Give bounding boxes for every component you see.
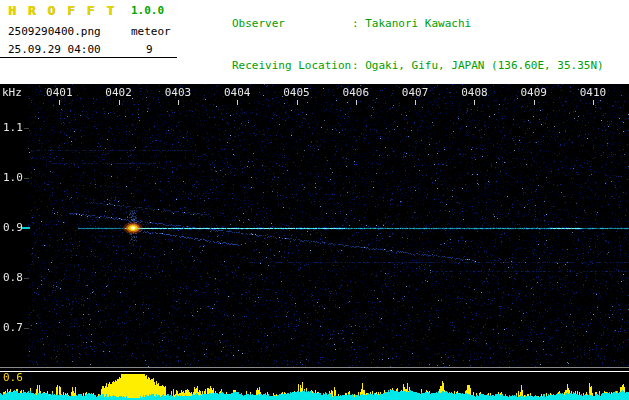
header: H R O F F T 1.0.0 2509290400.png meteor … <box>0 0 629 84</box>
app-version: 1.0.0 <box>131 4 164 17</box>
info-separator: : <box>352 17 365 30</box>
hrofft-output-image: H R O F F T 1.0.0 2509290400.png meteor … <box>0 0 629 400</box>
info-value: Takanori Kawachi <box>365 17 471 30</box>
header-divider-line <box>0 57 177 58</box>
meteor-count: 9 <box>146 43 153 56</box>
freq-unit-label: kHz <box>2 86 22 99</box>
info-label: Observer <box>232 17 352 31</box>
mode-label: meteor <box>131 25 171 38</box>
level-panel-upper-border <box>0 367 629 368</box>
record-datetime: 25.09.29 04:00 <box>8 43 101 56</box>
info-label: Receiving Location <box>232 59 352 73</box>
signal-level-canvas <box>0 373 629 400</box>
level-panel-axis-line <box>0 371 629 372</box>
info-row-observer: Observer: Takanori Kawachi <box>179 3 604 45</box>
info-value: Ogaki, Gifu, JAPAN (136.60E, 35.35N) <box>365 59 603 72</box>
output-filename: 2509290400.png <box>8 25 101 38</box>
spectrogram-canvas <box>0 84 629 367</box>
app-title: H R O F F T <box>8 3 116 18</box>
info-separator: : <box>352 59 365 72</box>
info-row-location: Receiving Location: Ogaki, Gifu, JAPAN (… <box>179 45 604 87</box>
